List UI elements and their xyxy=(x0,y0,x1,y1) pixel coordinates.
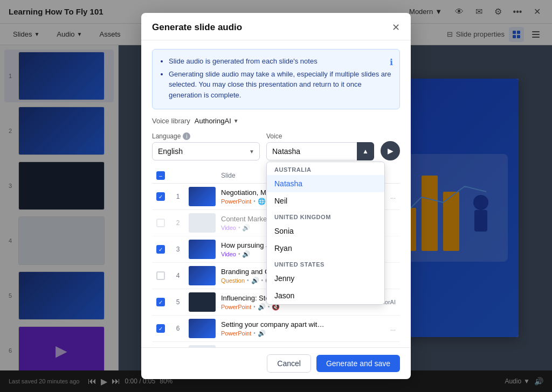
play-voice-btn[interactable]: ▶ xyxy=(381,141,400,160)
language-select[interactable]: English xyxy=(152,142,260,160)
info-circle-icon: ℹ xyxy=(390,56,393,69)
voice-library-row: Voice library AuthoringAI ▼ xyxy=(152,117,400,125)
lang-voice-row: Language i English Voice ▲ xyxy=(152,132,400,160)
language-label: Language i xyxy=(152,132,260,140)
language-info-icon[interactable]: i xyxy=(183,132,190,140)
dropdown-item-jason[interactable]: Jason xyxy=(267,287,384,304)
language-select-wrapper: English xyxy=(152,142,260,160)
modal-close-btn[interactable]: ✕ xyxy=(392,22,400,33)
modal-title: Generate slide audio xyxy=(152,22,242,33)
header-check: – xyxy=(156,171,167,180)
dropdown-item-jenny[interactable]: Jenny xyxy=(267,270,384,287)
row-2-thumb xyxy=(189,213,216,233)
row-6-checkbox[interactable]: ✓ xyxy=(156,324,167,333)
row-6-thumb xyxy=(189,319,216,338)
row-7-content: Personal Branding PowerPoint xyxy=(221,347,326,348)
dropdown-item-ryan[interactable]: Ryan xyxy=(267,240,384,257)
row-5-checkbox[interactable]: ✓ xyxy=(156,298,167,306)
row-7-thumb xyxy=(189,345,216,347)
modal-overlay: Generate slide audio ✕ ℹ Slide audio is … xyxy=(0,0,552,392)
info-bullet-2: Generating slide audio may take a while,… xyxy=(169,69,392,101)
modal-header: Generate slide audio ✕ xyxy=(141,13,411,40)
voice-library-value: AuthoringAI xyxy=(195,117,231,125)
table-row: 7 Personal Branding PowerPoint No slide … xyxy=(152,342,400,347)
row-3-thumb xyxy=(189,240,216,259)
row-6-content: Setting your company apart with unique..… xyxy=(221,320,326,337)
table-row: ✓ 6 Setting your company apart with uniq… xyxy=(152,316,400,342)
info-bullet-1: Slide audio is generated from each slide… xyxy=(169,56,392,67)
dropdown-item-sonia[interactable]: Sonia xyxy=(267,222,384,240)
row-2-checkbox[interactable] xyxy=(156,219,167,227)
modal-body: ℹ Slide audio is generated from each sli… xyxy=(141,40,411,347)
row-1-thumb xyxy=(189,187,216,206)
row-4-thumb xyxy=(189,266,216,285)
voice-dropdown: Australia Natasha Neil United Kingdom So… xyxy=(266,162,385,305)
dropdown-item-neil[interactable]: Neil xyxy=(267,192,384,209)
cancel-button[interactable]: Cancel xyxy=(267,354,311,373)
voice-library-label: Voice library xyxy=(152,117,190,125)
voice-select-wrapper: ▲ Australia Natasha Neil United Kingdom … xyxy=(266,142,374,160)
voice-library-select[interactable]: AuthoringAI ▼ xyxy=(195,117,239,125)
dropdown-group-us: United States xyxy=(267,257,384,270)
voice-dropdown-btn[interactable]: ▲ xyxy=(357,142,374,160)
dropdown-item-natasha[interactable]: Natasha xyxy=(267,175,384,192)
row-6-status: ... xyxy=(331,325,396,332)
select-all-checkbox[interactable]: – xyxy=(156,171,165,180)
play-icon-voice: ▶ xyxy=(388,146,394,155)
generate-audio-modal: Generate slide audio ✕ ℹ Slide audio is … xyxy=(141,13,411,379)
voice-library-arrow-icon: ▼ xyxy=(233,118,239,124)
dropdown-group-uk: United Kingdom xyxy=(267,209,384,222)
row-5-thumb xyxy=(189,292,216,312)
voice-label: Voice xyxy=(266,132,374,140)
row-1-checkbox[interactable]: ✓ xyxy=(156,192,167,201)
info-box: ℹ Slide audio is generated from each sli… xyxy=(152,49,400,109)
dropdown-group-australia: Australia xyxy=(267,162,384,175)
modal-footer: Cancel Generate and save xyxy=(141,347,411,379)
voice-group: Voice ▲ Australia Natasha Neil United Ki… xyxy=(266,132,374,160)
row-3-checkbox[interactable]: ✓ xyxy=(156,245,167,254)
language-group: Language i English xyxy=(152,132,260,160)
row-4-checkbox[interactable] xyxy=(156,271,167,280)
generate-save-button[interactable]: Generate and save xyxy=(316,355,400,372)
